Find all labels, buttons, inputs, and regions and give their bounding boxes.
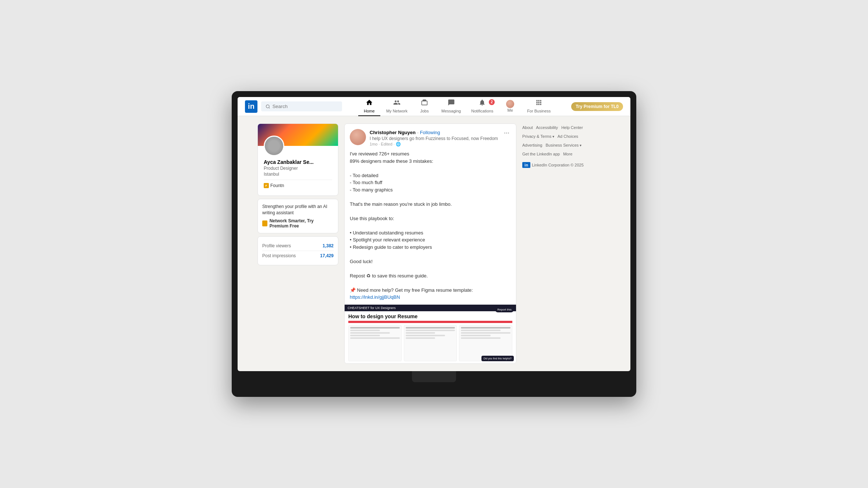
profile-avatar[interactable] bbox=[264, 136, 284, 156]
post-menu-button[interactable]: ··· bbox=[502, 129, 511, 137]
copyright-text: LinkedIn Corporation © 2025 bbox=[532, 161, 584, 169]
navbar: in Home bbox=[238, 97, 630, 116]
nav-label-home: Home bbox=[364, 109, 374, 113]
profile-company[interactable]: F Fountn bbox=[264, 180, 332, 191]
line11 bbox=[461, 327, 511, 329]
messaging-icon bbox=[448, 99, 455, 108]
profile-card: Ayca Zanbaklar Se... Product Designer Is… bbox=[257, 123, 338, 196]
post-mistake1: - Too detailed bbox=[350, 172, 511, 179]
premium-promo-link[interactable]: Network Smarter, Try Premium Free bbox=[262, 218, 334, 229]
home-icon bbox=[366, 99, 373, 108]
line9 bbox=[406, 335, 445, 336]
company-name: Fountn bbox=[270, 183, 284, 188]
post-impressions-row[interactable]: Post impressions 17,429 bbox=[262, 251, 334, 261]
post-bullet1: • Understand outstanding resumes bbox=[350, 229, 511, 237]
footer-link-business[interactable]: Business Services ▾ bbox=[545, 143, 581, 147]
post-body: I've reviewed 726+ resumes 89% designers… bbox=[345, 147, 516, 305]
premium-promo-card: Strengthen your profile with an AI writi… bbox=[257, 199, 338, 233]
nav-label-me: Me bbox=[508, 108, 513, 112]
footer-link-about[interactable]: About bbox=[522, 125, 533, 130]
search-input[interactable] bbox=[273, 104, 338, 109]
left-sidebar: Ayca Zanbaklar Se... Product Designer Is… bbox=[257, 123, 338, 364]
line3 bbox=[350, 332, 390, 334]
footer-link-more[interactable]: More bbox=[563, 152, 572, 156]
line7 bbox=[406, 330, 455, 331]
post-card: Christopher Nguyen · Following I help UX… bbox=[344, 123, 516, 364]
profile-title: Product Designer bbox=[264, 166, 332, 171]
nav-item-jobs[interactable]: Jobs bbox=[413, 97, 435, 116]
line14 bbox=[461, 335, 491, 336]
svg-point-0 bbox=[266, 105, 269, 108]
premium-promo-text: Strengthen your profile with an AI writi… bbox=[262, 204, 334, 216]
profile-viewers-label: Profile viewers bbox=[262, 243, 291, 248]
jobs-icon bbox=[421, 99, 428, 108]
post-author-avatar[interactable] bbox=[350, 129, 366, 145]
cheatsheet-image: CHEATSHEET for UX Designers ▼ How to des… bbox=[345, 305, 516, 363]
nav-label-jobs: Jobs bbox=[420, 109, 428, 113]
footer-row-1: About Accessibility Help Center bbox=[522, 123, 611, 132]
post-reason: That's the main reason you're stuck in j… bbox=[350, 201, 511, 208]
post-impressions-value: 17,429 bbox=[320, 253, 334, 258]
network-icon bbox=[393, 99, 401, 108]
post-image[interactable]: CHEATSHEET for UX Designers ▼ How to des… bbox=[345, 305, 516, 363]
profile-viewers-value: 1,382 bbox=[323, 243, 334, 248]
line10 bbox=[406, 337, 435, 339]
line12 bbox=[461, 330, 501, 331]
profile-location: Istanbul bbox=[264, 172, 332, 177]
nav-label-messaging: Messaging bbox=[441, 109, 461, 113]
cheatsheet-col-1 bbox=[348, 325, 402, 361]
nav-item-my-network[interactable]: My Network bbox=[382, 97, 412, 116]
nav-item-me[interactable]: Me bbox=[499, 97, 521, 116]
post-repost: Repost ♻ to save this resume guide. bbox=[350, 272, 511, 280]
footer-row-3: Advertising Business Services ▾ bbox=[522, 141, 611, 149]
post-figma-link-text: 📌 Need more help? Get my free Figma resu… bbox=[350, 287, 511, 301]
nav-item-notifications[interactable]: 2 Notifications bbox=[467, 97, 498, 116]
post-mistake2: - Too much fluff bbox=[350, 179, 511, 186]
svg-line-1 bbox=[269, 107, 270, 108]
footer-row-2: Privacy & Terms ▾ Ad Choices bbox=[522, 132, 611, 140]
profile-viewers-row[interactable]: Profile viewers 1,382 bbox=[262, 241, 334, 251]
footer-link-ad-choices[interactable]: Ad Choices bbox=[558, 134, 578, 139]
line13 bbox=[461, 332, 511, 334]
notifications-badge: 2 bbox=[489, 99, 495, 105]
nav-label-notifications: Notifications bbox=[471, 109, 493, 113]
post-mistake3: - Too many graphics bbox=[350, 186, 511, 194]
premium-promo-link-text: Network Smarter, Try Premium Free bbox=[270, 218, 334, 229]
nav-center: Home My Network Jobs bbox=[358, 97, 555, 116]
post-goodluck: Good luck! bbox=[350, 258, 511, 265]
nav-item-messaging[interactable]: Messaging bbox=[437, 97, 465, 116]
nav-item-for-business[interactable]: For Business bbox=[523, 97, 555, 116]
line6 bbox=[406, 327, 455, 329]
grid-icon bbox=[535, 99, 542, 108]
post-figma-link[interactable]: https://lnkd.in/gjjBUqBN bbox=[350, 294, 400, 300]
search-bar[interactable] bbox=[261, 101, 342, 111]
main-content: Ayca Zanbaklar Se... Product Designer Is… bbox=[250, 116, 618, 371]
post-author-name: Christopher Nguyen · Following bbox=[370, 129, 499, 136]
footer-link-help[interactable]: Help Center bbox=[561, 125, 583, 130]
linkedin-logo[interactable]: in bbox=[245, 100, 257, 113]
post-author-info: Christopher Nguyen · Following I help UX… bbox=[370, 129, 499, 147]
footer-link-advertising[interactable]: Advertising bbox=[522, 143, 542, 147]
footer-link-app[interactable]: Get the LinkedIn app bbox=[522, 152, 560, 156]
report-button[interactable]: Report this bbox=[495, 307, 514, 312]
me-avatar bbox=[506, 100, 514, 108]
linkedin-logo-small: in bbox=[522, 162, 530, 168]
footer-link-privacy[interactable]: Privacy & Terms ▾ bbox=[522, 134, 554, 139]
footer-link-accessibility[interactable]: Accessibility bbox=[536, 125, 558, 130]
helpful-box: Did you find this helpful? bbox=[481, 356, 514, 361]
premium-button[interactable]: Try Premium for TL0 bbox=[571, 102, 623, 111]
post-author-desc: I help UX designers go from Fuzziness to… bbox=[370, 136, 499, 141]
profile-name[interactable]: Ayca Zanbaklar Se... bbox=[264, 159, 332, 165]
following-label[interactable]: Following bbox=[420, 130, 440, 135]
post-bullet3: • Redesign guide to cater to employers bbox=[350, 244, 511, 251]
post-reviewed-text: I've reviewed 726+ resumes bbox=[350, 150, 511, 158]
stats-card: Profile viewers 1,382 Post impressions 1… bbox=[257, 236, 338, 265]
nav-item-home[interactable]: Home bbox=[358, 97, 380, 116]
line15 bbox=[461, 337, 501, 339]
post-meta: 1mo · Edited · 🌐 bbox=[370, 142, 499, 147]
footer-row-4: Get the LinkedIn app More bbox=[522, 150, 611, 158]
profile-banner bbox=[258, 124, 338, 146]
company-icon: F bbox=[264, 183, 269, 188]
line8 bbox=[406, 332, 435, 334]
nav-label-network: My Network bbox=[386, 109, 408, 113]
